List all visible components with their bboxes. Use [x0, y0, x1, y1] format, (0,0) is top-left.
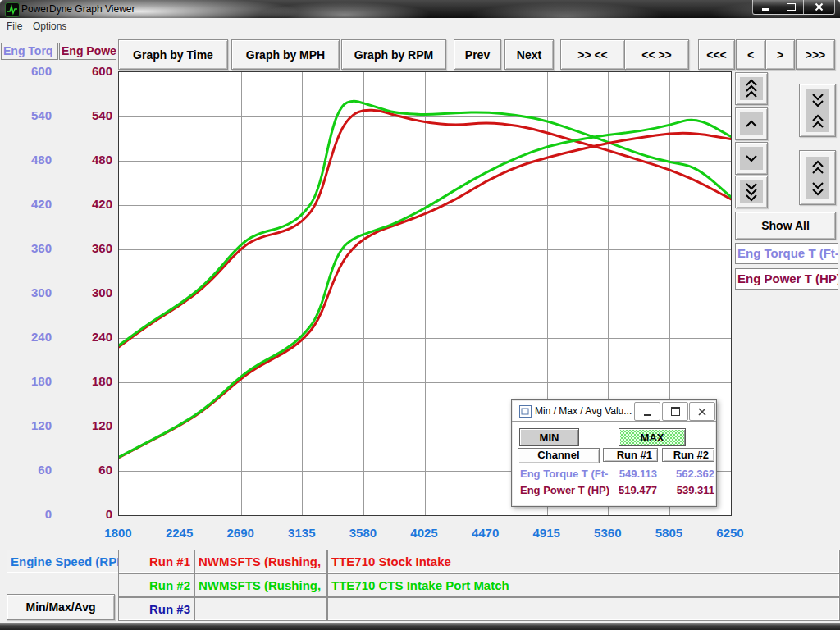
- power-tick-label: 0: [57, 508, 112, 521]
- min-toggle-button[interactable]: MIN: [519, 428, 579, 446]
- run1-file-box[interactable]: NWMSFTS (Rushing,: [194, 550, 327, 573]
- expand-scale-button[interactable]: [799, 150, 836, 205]
- power-tick-label: 540: [57, 109, 112, 122]
- title-bar: PowerDyne Graph Viewer: [0, 0, 840, 18]
- rpm-tick-label: 5805: [640, 526, 697, 540]
- minmax-row1-channel: Eng Torque T (Ft-: [520, 468, 608, 480]
- graph-by-rpm-button[interactable]: Graph by RPM: [341, 39, 446, 70]
- zoom-out-button[interactable]: << >>: [624, 39, 689, 70]
- rpm-tick-label: 4025: [395, 526, 453, 540]
- power-tick-label: 600: [57, 65, 112, 78]
- run2-file: NWMSFTS (Rushing,: [199, 578, 321, 592]
- torque-tick-label: 540: [0, 109, 52, 122]
- minmax-window: Min / Max / Avg Valu... MIN MAX Channel …: [511, 399, 717, 507]
- run2-desc: TTE710 CTS Intake Port Match: [331, 578, 509, 592]
- graph-by-mph-button[interactable]: Graph by MPH: [231, 39, 340, 70]
- run2-desc-box[interactable]: TTE710 CTS Intake Port Match: [327, 573, 840, 597]
- power-tick-label: 360: [57, 242, 112, 255]
- minmax-row2-run2-value: 539.311: [660, 484, 714, 496]
- rpm-tick-label: 4915: [518, 526, 575, 540]
- minmax-close-icon: [698, 408, 706, 416]
- rpm-tick-label: 1800: [89, 526, 147, 540]
- chevron-down-icon: [745, 154, 758, 162]
- run2-label: Run #2: [149, 578, 190, 592]
- channel-header[interactable]: Channel: [518, 448, 600, 463]
- x-axis-ticks: 1800224526903135358040254470491553605805…: [0, 526, 840, 539]
- power-tick-label: 120: [57, 419, 112, 432]
- step-forward-button[interactable]: >: [765, 39, 795, 70]
- run1-header[interactable]: Run #1: [603, 448, 658, 462]
- minmax-window-icon: [519, 405, 532, 418]
- minmax-maximize-icon: [671, 407, 680, 416]
- rpm-tick-label: 6250: [701, 526, 759, 540]
- torque-tick-label: 600: [0, 65, 52, 78]
- maximize-button[interactable]: [778, 0, 803, 15]
- min-max-avg-button[interactable]: Min/Max/Avg: [7, 594, 115, 620]
- run1-desc: TTE710 Stock Intake: [331, 555, 451, 568]
- power-channel-box[interactable]: Eng Power T (HP): [735, 268, 838, 290]
- triple-chevron-down-icon: [745, 182, 758, 202]
- minmax-row2-channel: Eng Power T (HP): [520, 484, 609, 496]
- power-tick-label: 300: [57, 286, 112, 299]
- rpm-tick-label: 2245: [151, 526, 208, 540]
- scroll-up-button[interactable]: [735, 107, 768, 140]
- minimize-button[interactable]: [752, 0, 778, 15]
- show-all-button[interactable]: Show All: [735, 212, 836, 240]
- taskbar-edge: [0, 623, 840, 630]
- scroll-down-button[interactable]: [735, 142, 768, 175]
- prev-button[interactable]: Prev: [454, 39, 501, 70]
- fast-forward-button[interactable]: >>>: [796, 39, 835, 70]
- rpm-tick-label: 3135: [273, 526, 331, 540]
- minmax-close-button[interactable]: [689, 402, 715, 421]
- run2-file-box[interactable]: NWMSFTS (Rushing,: [194, 573, 327, 597]
- torque-tick-label: 120: [0, 419, 52, 432]
- torque-tick-label: 0: [0, 508, 52, 521]
- torque-tick-label: 60: [0, 463, 52, 477]
- power-tick-label: 420: [57, 198, 112, 211]
- minmax-window-titlebar[interactable]: Min / Max / Avg Valu...: [512, 400, 716, 422]
- scroll-up-fast-button[interactable]: [735, 72, 768, 105]
- run3-label: Run #3: [149, 602, 190, 616]
- menu-bar: File Options: [0, 18, 840, 36]
- zoom-in-button[interactable]: >> <<: [560, 39, 625, 70]
- collapse-icon: [811, 93, 824, 129]
- torque-tick-label: 480: [0, 153, 52, 167]
- minmax-minimize-button[interactable]: [634, 402, 660, 421]
- run3-desc-box[interactable]: [327, 597, 840, 621]
- chevron-up-icon: [745, 120, 758, 128]
- run2-label-box[interactable]: Run #2: [118, 573, 196, 597]
- minimize-icon: [762, 8, 769, 11]
- torque-channel-box[interactable]: Eng Torque T (Ft-L: [735, 243, 838, 264]
- rpm-tick-label: 3580: [334, 526, 391, 540]
- rewind-button[interactable]: <<<: [698, 39, 735, 70]
- x-channel-box[interactable]: Engine Speed (RPM): [7, 550, 121, 573]
- run1-desc-box[interactable]: TTE710 Stock Intake: [327, 550, 840, 573]
- power-tick-label: 480: [57, 153, 112, 167]
- minmax-row2-run1-value: 519.477: [600, 484, 657, 496]
- torque-tick-label: 180: [0, 375, 52, 388]
- rpm-tick-label: 5360: [579, 526, 637, 540]
- expand-icon: [811, 160, 824, 196]
- torque-tick-label: 300: [0, 286, 52, 299]
- run1-label-box[interactable]: Run #1: [118, 550, 196, 573]
- run1-label: Run #1: [149, 555, 190, 568]
- step-back-button[interactable]: <: [736, 39, 765, 70]
- x-channel-label: Engine Speed (RPM): [11, 555, 121, 568]
- collapse-scale-button[interactable]: [799, 84, 836, 137]
- power-tick-label: 60: [57, 463, 112, 477]
- maximize-icon: [787, 3, 796, 11]
- run3-label-box[interactable]: Run #3: [118, 597, 196, 621]
- minmax-window-title: Min / Max / Avg Valu...: [535, 405, 632, 417]
- max-toggle-button[interactable]: MAX: [619, 428, 686, 446]
- run3-file-box[interactable]: [194, 597, 327, 621]
- minmax-row1-run2-value: 562.362: [660, 468, 714, 480]
- minmax-maximize-button[interactable]: [662, 402, 688, 421]
- close-button[interactable]: [803, 0, 835, 15]
- powerdyne-window: PowerDyne Graph Viewer File Options Eng …: [0, 0, 840, 630]
- minmax-minimize-icon: [644, 414, 651, 416]
- next-button[interactable]: Next: [504, 39, 554, 70]
- close-icon: [815, 2, 824, 11]
- graph-by-time-button[interactable]: Graph by Time: [118, 39, 228, 70]
- run2-header[interactable]: Run #2: [662, 448, 714, 462]
- scroll-down-fast-button[interactable]: [735, 176, 768, 208]
